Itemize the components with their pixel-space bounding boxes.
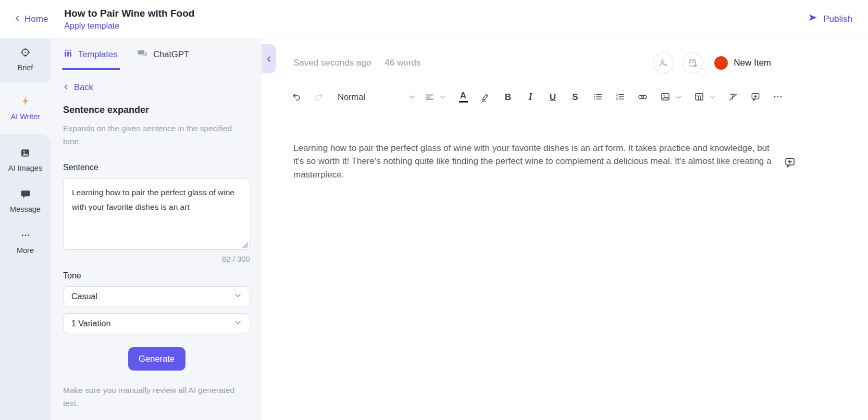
chevron-down-icon — [439, 94, 446, 100]
sentence-textarea[interactable]: Learning how to pair the perfect glass o… — [63, 178, 250, 250]
bullet-list-icon — [592, 92, 603, 102]
sidebar-item-label: AI Writer — [10, 112, 40, 121]
templates-icon — [63, 48, 73, 60]
numbered-list-icon: 12 — [615, 92, 625, 102]
sidebar-item-ai-writer[interactable]: AI Writer — [0, 96, 51, 121]
tab-label: Templates — [78, 49, 117, 59]
tab-templates[interactable]: Templates — [63, 39, 117, 70]
home-label: Home — [24, 14, 48, 24]
save-status: Saved seconds ago — [293, 58, 371, 68]
svg-text:1: 1 — [616, 93, 618, 96]
underline-button[interactable]: U — [548, 93, 558, 101]
schedule-button[interactable] — [683, 53, 703, 73]
italic-button[interactable]: I — [525, 92, 536, 101]
message-icon — [20, 189, 31, 201]
calendar-add-icon — [687, 57, 699, 69]
invite-user-button[interactable] — [653, 53, 674, 73]
chevron-down-icon — [234, 291, 242, 301]
variations-value: 1 Variation — [71, 319, 110, 328]
clear-format-icon — [728, 92, 738, 102]
chevron-left-icon — [266, 56, 272, 62]
apply-template-link[interactable]: Apply template — [64, 21, 194, 31]
chevron-left-icon — [14, 14, 21, 24]
variations-select[interactable]: 1 Variation — [63, 313, 250, 334]
more-options-button[interactable] — [773, 92, 783, 102]
text-color-icon: A — [459, 91, 468, 103]
highlight-button[interactable] — [480, 92, 491, 102]
sidebar-item-label: Message — [10, 205, 41, 213]
status-dot — [714, 56, 728, 70]
chevron-down-icon — [709, 94, 716, 100]
generate-button[interactable]: Generate — [128, 347, 185, 371]
italic-icon: I — [528, 92, 532, 101]
sidebar-item-label: More — [17, 246, 34, 254]
add-comment-button[interactable] — [750, 92, 761, 102]
sidebar-item-ai-images[interactable]: AI Images — [0, 148, 51, 172]
chat-bubbles-icon — [137, 48, 148, 60]
comment-add-icon — [784, 156, 796, 169]
chevron-down-icon — [408, 93, 415, 100]
bold-icon: B — [505, 93, 511, 101]
sidebar-item-message[interactable]: Message — [0, 189, 51, 213]
sidebar-item-label: Brief — [18, 63, 33, 72]
sidebar-item-brief[interactable]: Brief — [0, 47, 51, 72]
page-title: How to Pair Wine with Food — [64, 8, 194, 19]
tone-select[interactable]: Casual — [63, 286, 250, 307]
paragraph-style-dropdown[interactable]: Normal — [336, 92, 415, 102]
redo-button[interactable] — [314, 92, 324, 102]
image-dropdown[interactable] — [660, 92, 682, 102]
link-button[interactable] — [637, 92, 648, 103]
publish-button[interactable]: Publish — [808, 13, 852, 25]
resize-handle-icon[interactable] — [242, 243, 248, 248]
send-icon — [808, 13, 818, 25]
sentence-label: Sentence — [63, 163, 250, 172]
align-dropdown[interactable] — [425, 92, 446, 102]
back-button[interactable]: Back — [63, 82, 250, 92]
chevron-down-icon — [234, 319, 242, 328]
svg-text:2: 2 — [616, 97, 618, 100]
tab-label: ChatGPT — [153, 49, 189, 59]
chevron-down-icon — [675, 94, 682, 100]
link-icon — [637, 92, 648, 103]
clear-format-button[interactable] — [728, 92, 738, 102]
strikethrough-icon: S — [572, 93, 578, 101]
sidebar-item-label: AI Images — [8, 164, 42, 172]
table-icon — [694, 92, 704, 102]
paragraph-style-value: Normal — [338, 92, 365, 102]
bold-button[interactable]: B — [503, 93, 513, 101]
home-button[interactable]: Home — [14, 14, 48, 24]
chevron-left-icon — [63, 82, 69, 92]
collapse-panel-button[interactable] — [262, 44, 276, 73]
undo-icon — [291, 92, 302, 102]
highlighter-icon — [480, 92, 491, 102]
tone-value: Casual — [71, 292, 97, 301]
tab-chatgpt[interactable]: ChatGPT — [137, 39, 189, 70]
icon-sidebar: Brief AI Writer AI Images M — [0, 39, 51, 420]
char-counter: 82 / 300 — [63, 254, 250, 263]
inline-add-comment-button[interactable] — [784, 156, 796, 171]
ellipsis-icon — [20, 230, 31, 242]
ai-disclaimer: Make sure you manually review all AI gen… — [63, 384, 250, 410]
image-icon — [20, 148, 31, 160]
table-dropdown[interactable] — [694, 92, 716, 102]
sidebar-item-more[interactable]: More — [0, 230, 51, 254]
word-count: 46 words — [385, 58, 420, 68]
underline-icon: U — [550, 93, 556, 101]
insert-image-icon — [660, 92, 671, 102]
status-badge: New Item — [734, 58, 771, 68]
redo-icon — [314, 92, 324, 102]
align-icon — [425, 92, 435, 102]
bullet-list-button[interactable] — [592, 92, 603, 102]
numbered-list-button[interactable]: 12 — [615, 92, 625, 102]
tone-label: Tone — [63, 271, 250, 281]
undo-button[interactable] — [291, 92, 302, 102]
comment-add-icon — [750, 92, 761, 102]
strikethrough-button[interactable]: S — [570, 93, 580, 101]
back-label: Back — [74, 82, 93, 92]
add-user-icon — [658, 57, 669, 69]
template-title: Sentence expander — [63, 105, 250, 116]
document-body-text[interactable]: Learning how to pair the perfect glass o… — [293, 142, 779, 181]
publish-label: Publish — [823, 14, 852, 24]
text-color-button[interactable]: A — [458, 91, 468, 103]
lightning-icon — [20, 96, 31, 108]
